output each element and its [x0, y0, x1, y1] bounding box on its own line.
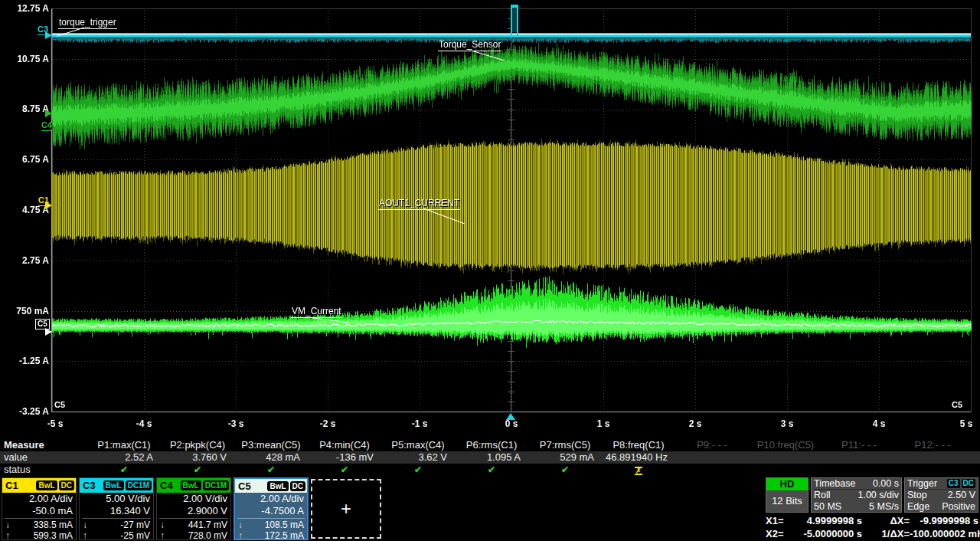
measure-value-p10: [749, 451, 822, 464]
channel-marker-c3-arrow-icon[interactable]: [45, 31, 52, 39]
timebase-rate: 5 MS/s: [869, 501, 899, 513]
measure-status-p5: ✔: [381, 464, 455, 477]
measure-param-p11[interactable]: P11:- - -: [822, 438, 896, 451]
trigger-coupling-badge: DC: [962, 479, 975, 488]
hd-indicator[interactable]: HD 12 Bits: [766, 477, 808, 513]
check-icon: ✔: [120, 464, 128, 475]
measure-value-p5: 3.62 V: [381, 451, 455, 464]
x-axis-label: -1 s: [412, 418, 428, 429]
trace-label-torque-sensor[interactable]: Torque_Sensor: [438, 40, 501, 51]
measure-param-p6[interactable]: P6:rms(C1): [455, 438, 528, 451]
channel-box-c5-selected[interactable]: C5 BwL DC 2.00 A/div -4.7500 A ↓108.5 mA…: [234, 477, 309, 540]
x1-value: 4.9999998 s: [796, 514, 862, 527]
status-row-label: status: [0, 464, 87, 477]
trace-label-aout1-current[interactable]: AOUT1_CURRENT: [378, 198, 460, 210]
coupling-badge: DC1M: [126, 480, 152, 490]
trace-label-torque-trigger[interactable]: torque_trigger: [58, 18, 117, 29]
channel-max-value: -25 mV: [120, 530, 150, 541]
channel-min-row: ↓338.5 mA: [2, 520, 76, 530]
measure-table: Measure P1:max(C1) P2:pkpk(C4) P3:mean(C…: [0, 438, 980, 477]
bottom-dashboard: C1 BwL DC 2.00 A/div -50.0 mA ↓338.5 mA …: [0, 477, 980, 541]
x-axis-label: 0 s: [505, 418, 518, 429]
measure-value-p9: [675, 451, 749, 464]
channel-box-c1[interactable]: C1 BwL DC 2.00 A/div -50.0 mA ↓338.5 mA …: [2, 477, 77, 540]
measure-param-p8[interactable]: P8:freq(C1): [602, 438, 675, 451]
dx-value: -9.9999998 s: [910, 514, 978, 527]
timebase-title: Timebase: [814, 478, 855, 489]
timebase-mode-row: Roll 1.00 s/div: [814, 490, 899, 501]
measure-param-p10[interactable]: P10:freq(C5): [749, 438, 822, 451]
measure-param-p2[interactable]: P2:pkpk(C4): [161, 438, 234, 451]
arrow-down-icon: ↓: [83, 520, 87, 530]
y-axis-label: 12.75 A: [0, 2, 49, 15]
trigger-mode-row: Stop 2.50 V: [907, 490, 975, 501]
measure-param-p5[interactable]: P5:max(C4): [381, 438, 455, 451]
trigger-position-marker-icon[interactable]: [506, 413, 515, 420]
channel-offset: -4.7500 A: [235, 505, 307, 517]
trigger-panel[interactable]: Trigger C3 DC Stop 2.50 V Edge Positive: [904, 477, 978, 513]
acquisition-boxes: HD 12 Bits Timebase 0.00 s Roll 1.00 s/d…: [766, 477, 978, 513]
inv-dx-value: -100.000002 mHz: [910, 527, 980, 540]
trace-label-vm-current[interactable]: VM_Current: [291, 307, 342, 318]
bandwidth-limit-badge: BwL: [267, 481, 288, 491]
measure-param-p4[interactable]: P4:min(C4): [308, 438, 381, 451]
measure-param-p3[interactable]: P3:mean(C5): [234, 438, 308, 451]
channel-min-value: -27 mV: [120, 520, 150, 530]
arrow-up-icon: ↑: [5, 530, 10, 541]
channel-scale: 2.00 V/div: [157, 493, 230, 505]
channel-max-row: ↑-25 mV: [80, 530, 153, 541]
x-axis-label: 2 s: [689, 418, 702, 429]
divider: [159, 518, 228, 519]
check-icon: ✔: [414, 464, 422, 475]
x-axis-label: 3 s: [781, 418, 794, 429]
trigger-source-badge: C3: [947, 479, 960, 488]
corner-trace-label-right: C5: [952, 400, 962, 409]
channel-marker-c4[interactable]: C4: [41, 121, 52, 131]
measure-value-p3: 428 mA: [234, 451, 308, 464]
channel-box-c4[interactable]: C4 BwL DC1M 2.00 V/div 2.9000 V ↓441.7 m…: [156, 477, 231, 540]
measure-status-p4: ✔: [308, 464, 381, 477]
channel-box-c3[interactable]: C3 BwL DC1M 5.00 V/div 16.340 V ↓-27 mV …: [79, 477, 154, 540]
x-axis-label: -4 s: [136, 418, 152, 429]
y-axis-label: -3.25 A: [0, 405, 49, 418]
check-icon: ✔: [488, 464, 495, 475]
channel-header-c4: C4 BwL DC1M: [157, 478, 230, 493]
dx-label: ΔX=: [862, 514, 910, 527]
channel-scale: 2.00 A/div: [235, 493, 307, 505]
x2-value: -5.0000000 s: [796, 527, 862, 540]
measure-param-p9[interactable]: P9:- - -: [675, 438, 749, 451]
cursor-readout: X1= 4.9999998 s ΔX= -9.9999998 s X2= -5.…: [766, 514, 978, 540]
measure-status-p6: ✔: [455, 464, 528, 477]
channel-offset: -50.0 mA: [2, 505, 76, 517]
waveform-canvas[interactable]: [0, 0, 980, 438]
measure-status-p1: ✔: [87, 464, 161, 477]
check-icon: ✔: [341, 464, 348, 475]
x-axis-label: 1 s: [597, 418, 610, 429]
channel-min-value: 441.7 mV: [188, 520, 227, 530]
channel-marker-c1-arrow-icon[interactable]: [45, 202, 52, 209]
trigger-slope: Positive: [942, 501, 975, 513]
scope-display: 12.75 A 10.75 A 8.75 A 6.75 A 4.75 A 2.7…: [0, 0, 980, 438]
acquisition-panel: HD 12 Bits Timebase 0.00 s Roll 1.00 s/d…: [766, 477, 978, 540]
channel-max-row: ↑599.3 mA: [2, 530, 76, 541]
trigger-title: Trigger: [907, 478, 937, 489]
measure-param-p12[interactable]: P12:- - -: [896, 438, 969, 451]
plus-icon: +: [341, 498, 351, 520]
measure-value-p4: -136 mV: [308, 451, 381, 464]
timebase-mode: Roll: [814, 490, 831, 501]
channel-marker-c4-arrow-icon[interactable]: [45, 110, 52, 117]
x-axis-label: -3 s: [228, 418, 244, 429]
timebase-offset: 0.00 s: [873, 478, 899, 489]
oscilloscope-app: 12.75 A 10.75 A 8.75 A 6.75 A 4.75 A 2.7…: [0, 0, 980, 541]
channel-id: C4: [158, 480, 173, 491]
cursor-row-x1: X1= 4.9999998 s ΔX= -9.9999998 s: [766, 514, 978, 527]
measure-param-p1[interactable]: P1:max(C1): [87, 438, 161, 451]
measure-param-p7[interactable]: P7:rms(C5): [528, 438, 602, 451]
add-trace-button[interactable]: +: [311, 479, 381, 539]
channel-max-value: 728.0 mV: [188, 530, 227, 541]
arrow-down-icon: ↓: [160, 520, 165, 530]
channel-marker-c5-arrow-icon[interactable]: [45, 328, 52, 336]
timebase-panel[interactable]: Timebase 0.00 s Roll 1.00 s/div 50 MS 5 …: [811, 477, 902, 513]
channel-min-value: 108.5 mA: [265, 520, 304, 530]
channel-header-c3: C3 BwL DC1M: [80, 478, 153, 493]
